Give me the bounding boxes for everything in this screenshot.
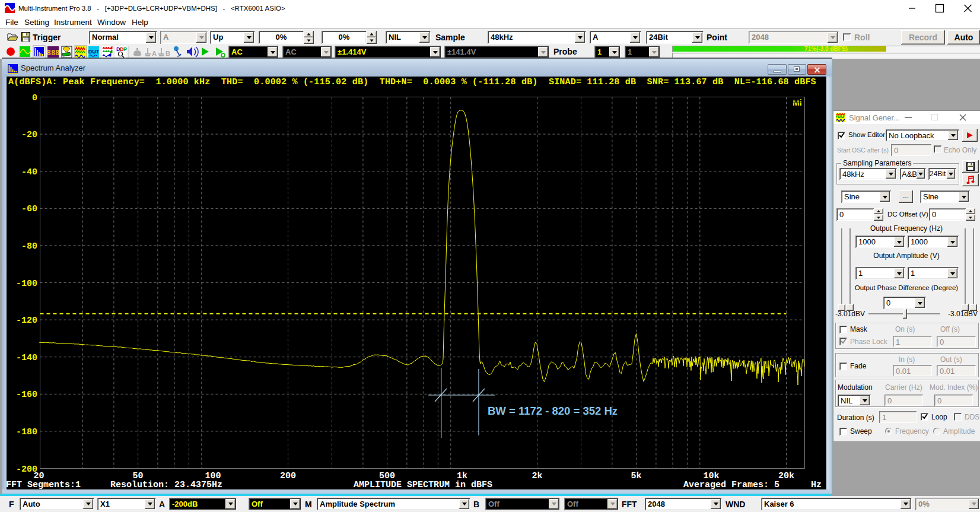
svg-text:-60: -60 bbox=[21, 204, 37, 214]
svg-text:Hz: Hz bbox=[811, 480, 822, 489]
svg-text:-80: -80 bbox=[21, 241, 37, 252]
svg-text:200: 200 bbox=[280, 471, 296, 481]
svg-text:888: 888 bbox=[47, 49, 60, 58]
svg-text:-140: -140 bbox=[16, 353, 37, 363]
svg-text:-120: -120 bbox=[16, 316, 37, 326]
svg-text:0: 0 bbox=[32, 93, 37, 103]
svg-text:DUT: DUT bbox=[88, 49, 100, 55]
svg-text:5k: 5k bbox=[631, 471, 642, 481]
svg-text:Mi: Mi bbox=[793, 98, 802, 107]
svg-text:-160: -160 bbox=[16, 390, 37, 400]
svg-text:Resolution: 23.4375Hz: Resolution: 23.4375Hz bbox=[110, 480, 222, 489]
svg-text:AMPLITUDE SPECTRUM in dBFS: AMPLITUDE SPECTRUM in dBFS bbox=[354, 480, 492, 489]
svg-text:2k: 2k bbox=[532, 471, 542, 481]
svg-text:P: P bbox=[123, 46, 127, 52]
svg-text:BW = 1172 - 820 = 352 Hz: BW = 1172 - 820 = 352 Hz bbox=[488, 405, 618, 417]
svg-text:-20: -20 bbox=[21, 130, 37, 140]
svg-text:20k: 20k bbox=[778, 471, 794, 481]
svg-text:-180: -180 bbox=[16, 427, 37, 437]
svg-text:B: B bbox=[166, 50, 170, 57]
svg-text:-40: -40 bbox=[21, 167, 37, 177]
svg-text:FFT Segments:1: FFT Segments:1 bbox=[7, 480, 81, 489]
svg-text:A: A bbox=[152, 50, 157, 57]
svg-text:Averaged Frames: 5: Averaged Frames: 5 bbox=[683, 480, 779, 489]
svg-text:-100: -100 bbox=[16, 279, 37, 289]
